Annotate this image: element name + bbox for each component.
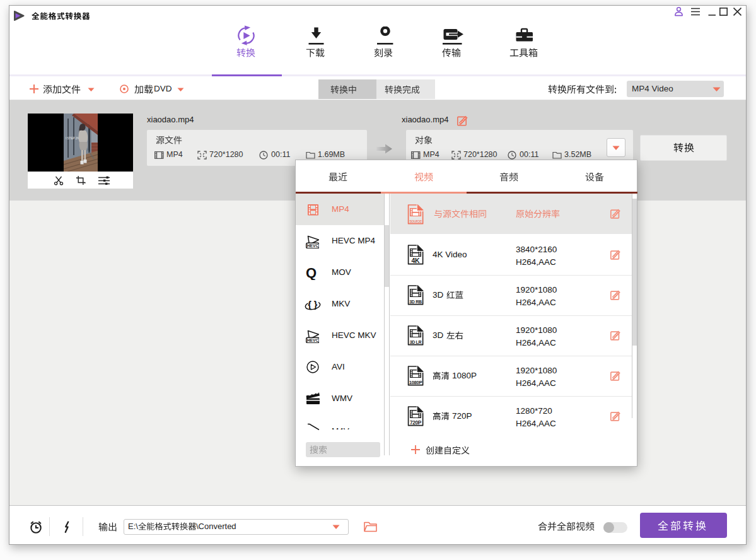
svg-text:3D LR: 3D LR (410, 340, 422, 344)
svg-text:4K: 4K (412, 257, 421, 264)
svg-text:720P: 720P (410, 420, 422, 426)
svg-text:{ }: { } (308, 300, 318, 310)
svg-text:1080P: 1080P (409, 380, 422, 385)
svg-text:Q: Q (306, 266, 317, 280)
svg-text:HEVC: HEVC (307, 243, 319, 248)
svg-text:3D RB: 3D RB (409, 300, 422, 304)
svg-text:HEVC: HEVC (307, 338, 319, 342)
svg-text:I STEP 2%: I STEP 2% (66, 137, 79, 140)
svg-text:source: source (409, 218, 422, 224)
